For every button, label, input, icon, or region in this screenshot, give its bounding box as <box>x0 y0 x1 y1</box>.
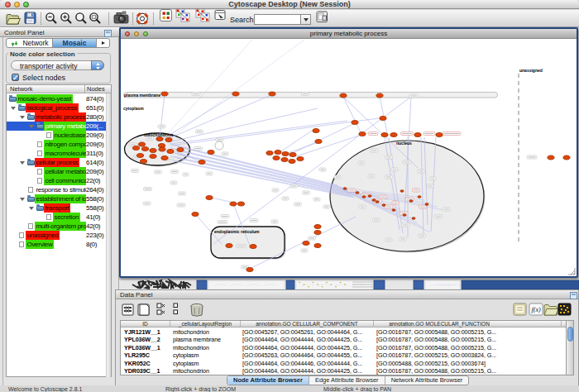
svg-text:nucleus: nucleus <box>396 141 412 146</box>
svg-text:cytoplasm: cytoplasm <box>123 106 144 111</box>
svg-text:plasma membrane: plasma membrane <box>124 93 160 98</box>
svg-text:mitochondrion: mitochondrion <box>144 132 173 137</box>
svg-text:unassigned: unassigned <box>519 68 543 73</box>
svg-text:f(x): f(x) <box>532 306 541 313</box>
svg-text:endoplasmic reticulum: endoplasmic reticulum <box>214 229 260 234</box>
